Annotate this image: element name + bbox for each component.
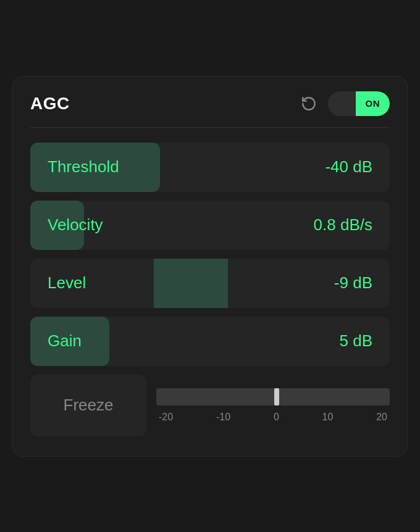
velocity-value: 0.8 dB/s bbox=[314, 215, 390, 235]
level-thumb bbox=[154, 259, 228, 308]
gain-control[interactable]: Gain 5 dB bbox=[30, 317, 390, 366]
controls-list: Threshold -40 dB Velocity 0.8 dB/s Level… bbox=[30, 143, 390, 366]
toggle-off-area bbox=[328, 91, 356, 116]
agc-panel: AGC ON Threshold -40 dB Velocity bbox=[12, 76, 408, 457]
reset-button[interactable] bbox=[298, 93, 319, 114]
scale-label-plus20: 20 bbox=[376, 412, 387, 423]
scale-thumb bbox=[274, 388, 279, 405]
scale-label-plus10: 10 bbox=[322, 412, 334, 423]
freeze-button[interactable]: Freeze bbox=[30, 375, 146, 436]
panel-title: AGC bbox=[30, 94, 70, 114]
bottom-row: Freeze -20 -10 0 10 20 bbox=[30, 375, 390, 436]
velocity-control[interactable]: Velocity 0.8 dB/s bbox=[30, 201, 390, 250]
scale-label-zero: 0 bbox=[274, 412, 279, 423]
threshold-value: -40 dB bbox=[325, 157, 390, 177]
scale-label-minus10: -10 bbox=[216, 412, 230, 423]
toggle-on-button[interactable]: ON bbox=[356, 91, 390, 116]
scale-label-minus20: -20 bbox=[159, 412, 173, 423]
gain-label: Gain bbox=[30, 331, 129, 351]
velocity-label: Velocity bbox=[30, 215, 129, 235]
header-controls: ON bbox=[298, 91, 390, 116]
toggle-switch[interactable]: ON bbox=[328, 91, 390, 116]
divider bbox=[30, 127, 390, 128]
scale-container: -20 -10 0 10 20 bbox=[156, 388, 390, 423]
threshold-control[interactable]: Threshold -40 dB bbox=[30, 143, 390, 192]
header: AGC ON bbox=[30, 91, 390, 116]
scale-labels: -20 -10 0 10 20 bbox=[156, 412, 390, 423]
level-label: Level bbox=[30, 273, 129, 293]
level-control[interactable]: Level -9 dB bbox=[30, 259, 390, 308]
gain-value: 5 dB bbox=[340, 331, 390, 351]
level-value: -9 dB bbox=[334, 273, 390, 293]
threshold-label: Threshold bbox=[30, 157, 129, 177]
scale-track bbox=[156, 388, 390, 405]
